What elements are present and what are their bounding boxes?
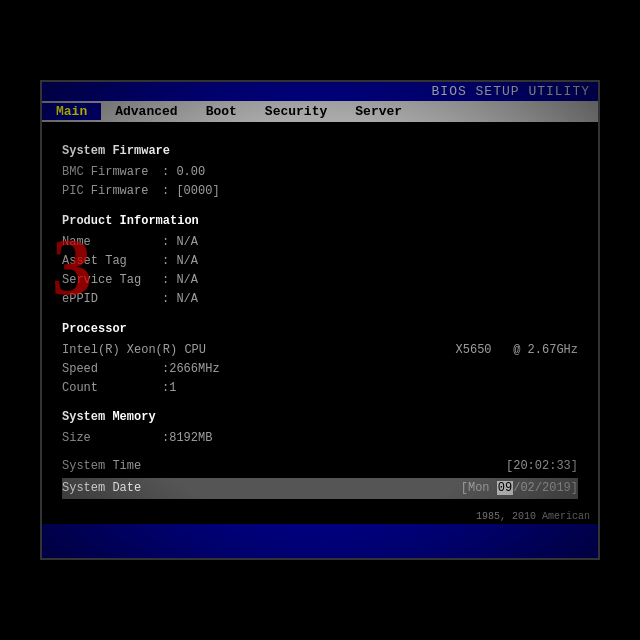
date-suffix: /02/2019] — [513, 481, 578, 495]
bmc-firmware-value: : 0.00 — [162, 163, 205, 182]
bios-title-bar: BIOS SETUP UTILITY — [42, 82, 598, 101]
memory-size-label: Size — [62, 429, 162, 448]
speed-value: :2666MHz — [162, 360, 220, 379]
menu-item-boot[interactable]: Boot — [192, 103, 251, 120]
bmc-firmware-row: BMC Firmware : 0.00 — [62, 163, 578, 182]
pic-firmware-row: PIC Firmware : [0000] — [62, 182, 578, 201]
speed-label: Speed — [62, 360, 162, 379]
count-value: :1 — [162, 379, 176, 398]
processor-title: Processor — [62, 320, 578, 339]
system-memory-title: System Memory — [62, 408, 578, 427]
count-row: Count :1 — [62, 379, 578, 398]
menu-bar: Main Advanced Boot Security Server — [42, 101, 598, 122]
date-prefix: [Mon — [461, 481, 497, 495]
system-firmware-title: System Firmware — [62, 142, 578, 161]
pic-firmware-label: PIC Firmware — [62, 182, 162, 201]
name-value: : N/A — [162, 233, 198, 252]
decorative-number: 3 — [52, 222, 92, 313]
system-time-value: [20:02:33] — [506, 457, 578, 476]
pic-firmware-value: : [0000] — [162, 182, 220, 201]
menu-item-advanced[interactable]: Advanced — [101, 103, 191, 120]
asset-tag-row: Asset Tag : N/A — [62, 252, 578, 271]
count-label: Count — [62, 379, 162, 398]
name-row: Name : N/A — [62, 233, 578, 252]
date-highlight: 09 — [497, 481, 513, 495]
product-info-title: Product Information — [62, 212, 578, 231]
menu-item-main[interactable]: Main — [42, 103, 101, 120]
bios-content: System Firmware BMC Firmware : 0.00 PIC … — [42, 122, 598, 509]
asset-tag-value: : N/A — [162, 252, 198, 271]
system-time-label: System Time — [62, 457, 162, 476]
menu-item-server[interactable]: Server — [341, 103, 416, 120]
cpu-model: X5650 — [456, 343, 492, 357]
cpu-name-row: Intel(R) Xeon(R) CPU X5650 @ 2.67GHz — [62, 341, 578, 360]
service-tag-row: Service Tag : N/A — [62, 271, 578, 290]
memory-size-row: Size :8192MB — [62, 429, 578, 448]
bios-title: BIOS SETUP UTILITY — [432, 84, 590, 99]
system-date-row[interactable]: System Date [Mon 09/02/2019] — [62, 478, 578, 499]
menu-item-security[interactable]: Security — [251, 103, 341, 120]
eppid-value: : N/A — [162, 290, 198, 309]
system-date-value: [Mon 09/02/2019] — [461, 479, 578, 498]
service-tag-value: : N/A — [162, 271, 198, 290]
bios-footer-text: 1985, 2010 American — [42, 509, 598, 524]
system-date-label: System Date — [62, 479, 141, 498]
cpu-model-speed: X5650 @ 2.67GHz — [456, 341, 578, 360]
bottom-section: System Time [20:02:33] System Date [Mon … — [62, 457, 578, 499]
bmc-firmware-label: BMC Firmware — [62, 163, 162, 182]
cpu-speed-suffix: @ 2.67GHz — [513, 343, 578, 357]
speed-row: Speed :2666MHz — [62, 360, 578, 379]
memory-size-value: :8192MB — [162, 429, 212, 448]
system-time-row: System Time [20:02:33] — [62, 457, 578, 476]
eppid-row: ePPID : N/A — [62, 290, 578, 309]
cpu-name: Intel(R) Xeon(R) CPU — [62, 341, 206, 360]
